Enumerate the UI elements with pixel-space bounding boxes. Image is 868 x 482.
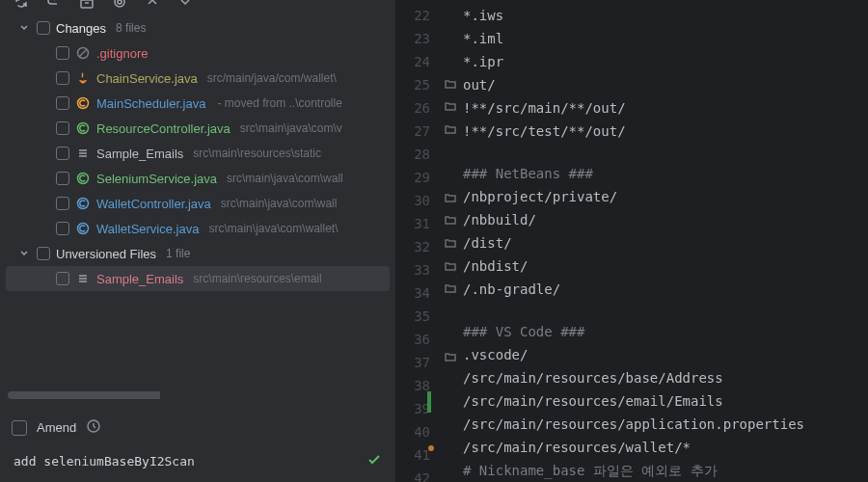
file-checkbox[interactable] [56, 121, 69, 135]
unversioned-count: 1 file [166, 247, 190, 260]
amend-row: Amend [0, 413, 395, 446]
line-number: 36 [395, 328, 430, 351]
amend-checkbox[interactable] [12, 420, 27, 436]
folder-icon [444, 118, 457, 141]
chevron-up-icon[interactable] [145, 0, 160, 10]
file-item[interactable]: WalletController.javasrc\main\java\com\w… [0, 191, 395, 216]
line-numbers: 2223242526272829303132333435363738394041… [395, 0, 438, 482]
code-line[interactable]: *.iws [463, 4, 868, 27]
code-content[interactable]: *.iws*.iml*.iprout/!**/src/main/**/out/!… [463, 0, 868, 482]
changes-tree: Changes 8 files .gitignoreChainService.j… [0, 10, 395, 384]
code-line[interactable]: /src/main/resources/application.properti… [463, 413, 868, 436]
code-line[interactable]: ### NetBeans ### [463, 162, 868, 185]
code-line[interactable]: out/ [463, 73, 868, 96]
class-icon [75, 171, 91, 186]
file-name: WalletService.java [96, 222, 199, 236]
file-hint: - moved from ..\controlle [217, 96, 341, 110]
file-checkbox[interactable] [56, 46, 69, 60]
folder-icon [444, 72, 457, 95]
line-number: 29 [395, 166, 430, 189]
line-number: 39 [395, 397, 430, 420]
file-name: ChainService.java [96, 71, 198, 86]
file-checkbox[interactable] [56, 197, 69, 210]
code-line[interactable]: /src/main/resources/base/Address [463, 366, 868, 389]
file-item[interactable]: ResourceController.javasrc\main\java\com… [0, 116, 395, 141]
changes-checkbox[interactable] [37, 21, 50, 35]
file-checkbox[interactable] [56, 172, 69, 185]
unversioned-group[interactable]: Unversioned Files 1 file [0, 241, 395, 266]
code-line[interactable]: /nbbuild/ [463, 208, 868, 231]
folder-icon [444, 278, 457, 301]
line-number: 37 [395, 351, 430, 374]
code-line[interactable]: /nbproject/private/ [463, 185, 868, 208]
file-path: src\main\java\com\v [240, 121, 342, 135]
changes-group[interactable]: Changes 8 files [0, 15, 395, 40]
code-line[interactable]: /nbdist/ [463, 254, 868, 278]
svg-point-2 [118, 0, 122, 4]
horizontal-scrollbar[interactable] [8, 391, 388, 399]
file-item[interactable]: .gitignore [0, 40, 395, 66]
class-icon [75, 221, 91, 236]
code-line[interactable]: ### VS Code ### [463, 320, 868, 343]
line-number: 35 [395, 305, 430, 328]
commit-message-input[interactable]: add seleniumBaseByI2Scan [14, 454, 195, 469]
line-number: 23 [395, 27, 430, 50]
changes-count: 8 files [116, 21, 146, 35]
amend-label: Amend [37, 420, 76, 435]
file-checkbox[interactable] [56, 71, 69, 85]
commit-message-row: add seleniumBaseByI2Scan [0, 446, 395, 482]
file-path: src\main\resources\static [193, 147, 321, 160]
line-number: 40 [395, 420, 430, 443]
vcs-panel: Changes 8 files .gitignoreChainService.j… [0, 0, 395, 482]
commit-ok-icon [366, 452, 382, 470]
file-item[interactable]: MainScheduler.java- moved from ..\contro… [0, 91, 395, 116]
chevron-down-icon[interactable] [177, 0, 193, 10]
file-item[interactable]: WalletService.javasrc\main\java\com\wall… [0, 216, 395, 241]
file-checkbox[interactable] [56, 147, 69, 160]
file-name: MainScheduler.java [96, 96, 205, 111]
show-diff-icon[interactable] [112, 0, 127, 10]
file-checkbox[interactable] [56, 272, 69, 285]
folder-icon [444, 345, 457, 368]
file-path: src\main\java\com\wallet\ [208, 222, 338, 235]
file-path: src\main\java\com\wall [227, 172, 343, 185]
file-name: .gitignore [96, 46, 148, 61]
line-number: 33 [395, 258, 430, 281]
file-item[interactable]: Sample_Emailssrc\main\resources\static [0, 141, 395, 166]
code-line[interactable]: !**/src/main/**/out/ [463, 96, 868, 120]
line-number: 31 [395, 212, 430, 235]
code-line[interactable]: /.nb-gradle/ [463, 278, 868, 301]
file-checkbox[interactable] [56, 96, 69, 110]
line-number: 32 [395, 235, 430, 258]
class-icon [75, 95, 91, 111]
code-line[interactable]: *.iml [463, 27, 868, 50]
file-item[interactable]: Sample_Emailssrc\main\resources\email [6, 266, 390, 291]
text-file-icon [75, 271, 91, 286]
file-item[interactable]: SeleniumService.javasrc\main\java\com\wa… [0, 166, 395, 191]
unversioned-label: Unversioned Files [56, 247, 156, 261]
code-line[interactable]: /dist/ [463, 231, 868, 254]
file-item[interactable]: ChainService.javasrc/main/java/com/walle… [0, 66, 395, 91]
editor[interactable]: 2223242526272829303132333435363738394041… [395, 0, 868, 482]
history-icon[interactable] [86, 418, 101, 437]
code-line[interactable]: /src/main/resources/wallet/* [463, 436, 868, 459]
text-file-icon [75, 146, 91, 161]
code-line[interactable]: # Nickname_base 파일은 예외로 추가 [463, 459, 868, 482]
code-line[interactable] [463, 143, 868, 162]
code-line[interactable]: !**/src/test/**/out/ [463, 120, 868, 143]
code-line[interactable]: .vscode/ [463, 343, 868, 366]
refresh-icon[interactable] [14, 0, 29, 10]
line-number: 30 [395, 189, 430, 212]
java-icon [75, 70, 91, 86]
code-line[interactable] [463, 301, 868, 320]
code-line[interactable]: /src/main/resources/email/Emails [463, 389, 868, 413]
file-checkbox[interactable] [56, 222, 69, 235]
file-name: WalletController.java [96, 197, 211, 211]
chevron-down-icon [17, 21, 31, 35]
code-line[interactable]: *.ipr [463, 50, 868, 73]
line-number: 24 [395, 50, 430, 73]
shelve-icon[interactable] [79, 0, 95, 10]
folder-icon [444, 209, 457, 232]
revert-icon[interactable] [46, 0, 62, 10]
unversioned-checkbox[interactable] [37, 247, 50, 260]
